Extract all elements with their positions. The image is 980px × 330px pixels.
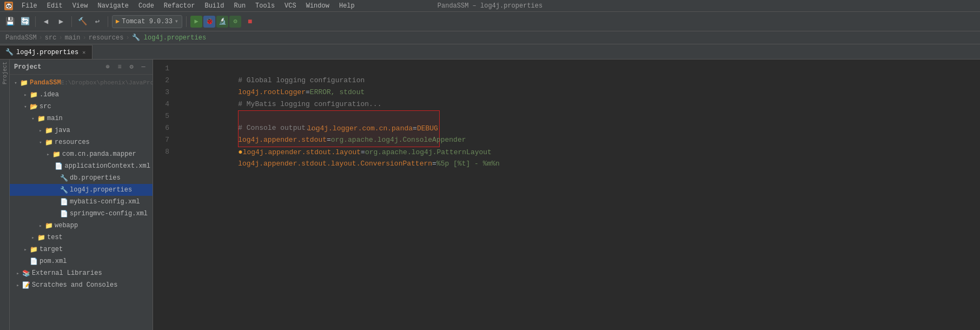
sync-button[interactable]: 🔄 [18, 15, 31, 28]
folder-icon-resources: 📁 [44, 138, 53, 147]
build-button[interactable]: 🔨 [76, 15, 89, 28]
run-config-dropdown[interactable]: ▶ Tomcat 9.0.33 ▾ [112, 15, 182, 28]
folder-icon-webapp: 📁 [44, 221, 53, 230]
content-area: Project Project ⊕ ≡ ⚙ — [0, 60, 980, 330]
save-button[interactable]: 💾 [3, 15, 16, 28]
menu-tools[interactable]: Tools [251, 1, 279, 11]
menu-refactor[interactable]: Refactor [160, 1, 200, 11]
code-line-1: # Global logging configuration [179, 63, 980, 75]
line1-text: # Global logging configuration [238, 76, 365, 84]
tab-close-button[interactable]: ✕ [81, 49, 87, 56]
folder-icon-main: 📁 [37, 114, 45, 123]
breadcrumb-main[interactable]: main [65, 34, 81, 42]
profile-button[interactable]: ⚙ [229, 16, 241, 28]
folder-icon-idea: 📁 [29, 90, 38, 99]
file-icon-log4j: 🔧 [59, 186, 68, 194]
run-config-label: Tomcat 9.0.33 [122, 18, 173, 25]
tree-item-webapp[interactable]: ▸ 📁 webapp [10, 220, 153, 232]
menu-code[interactable]: Code [134, 1, 158, 11]
folder-icon-src: 📂 [29, 102, 38, 111]
tree-label-src: src [39, 103, 51, 110]
editor-content[interactable]: 1 2 3 4 5 6 7 8 # Global logging configu… [153, 60, 980, 330]
tree-item-main[interactable]: ▾ 📁 main [10, 113, 153, 124]
folder-icon-target: 📁 [29, 245, 38, 254]
tree-item-mybatis[interactable]: ▸ 📄 mybatis-config.xml [10, 196, 153, 208]
stop-button[interactable]: ■ [243, 15, 256, 28]
tree-item-springmvc[interactable]: ▸ 📄 springmvc-config.xml [10, 208, 153, 220]
back-button[interactable]: ◀ [39, 15, 52, 28]
tree-item-src[interactable]: ▾ 📂 src [10, 101, 153, 113]
breadcrumb-src[interactable]: src [45, 34, 57, 42]
tree-item-pandassm[interactable]: ▾ 📁 PandaSSM E:\Dropbox\phoenix\JavaPro [10, 77, 153, 89]
tree-item-idea[interactable]: ▸ 📁 .idea [10, 89, 153, 101]
tree-item-extlibs[interactable]: ▸ 📚 External Libraries [10, 267, 153, 279]
tree-label-mybatis: mybatis-config.xml [70, 198, 140, 206]
undo-button[interactable]: ↩ [91, 15, 104, 28]
tree-arrow-target: ▸ [22, 246, 29, 253]
tree-item-mapper[interactable]: ▸ 📁 com.cn.panda.mapper [10, 148, 153, 160]
sidebar-locate-btn[interactable]: ⊕ [103, 62, 112, 72]
sidebar-settings-btn[interactable]: ⚙ [127, 62, 136, 72]
folder-icon-java: 📁 [44, 126, 53, 135]
sidebar-close-btn[interactable]: — [138, 62, 148, 72]
tree-item-pom[interactable]: ▸ 📄 pom.xml [10, 255, 153, 267]
breadcrumb: PandaSSM › src › main › resources › 🔧 lo… [0, 31, 980, 44]
folder-icon-pandassm: 📁 [19, 78, 28, 87]
tree-arrow-resources: ▾ [37, 138, 44, 146]
menu-run[interactable]: Run [229, 1, 250, 11]
tabs-bar: 🔧 log4j.properties ✕ [0, 44, 980, 60]
forward-button[interactable]: ▶ [55, 15, 68, 28]
tree-arrow-idea: ▸ [22, 91, 29, 98]
project-panel-tab[interactable]: Project [1, 60, 9, 87]
sidebar-collapse-btn[interactable]: ≡ [115, 62, 124, 72]
menu-window[interactable]: Window [302, 1, 334, 11]
breadcrumb-file[interactable]: 🔧 log4j.properties [132, 34, 206, 42]
title-bar-left: 🐼 File Edit View Navigate Code Refactor … [4, 1, 359, 11]
menu-navigate[interactable]: Navigate [93, 1, 133, 11]
file-icon-mybatis: 📄 [59, 197, 68, 206]
file-icon-appcontext: 📄 [55, 162, 63, 170]
tree-label-main: main [47, 115, 63, 122]
file-icon-pom: 📄 [29, 257, 38, 266]
line6-val: org.apache.log4j.ConsoleAppender [331, 136, 466, 144]
code-lines[interactable]: # Global logging configuration log4j.roo… [175, 62, 980, 330]
menu-edit[interactable]: Edit [43, 1, 67, 11]
run-button[interactable]: ▶ [190, 16, 202, 28]
line4-key: log4j.logger.com.cn.panda [307, 124, 413, 133]
menu-view[interactable]: View [68, 1, 92, 11]
tree-label-appcontext: applicationContext.xml [65, 162, 150, 170]
tree-label-resources: resources [55, 138, 90, 146]
line8-val: %5p [%t] - %m%n [436, 160, 500, 168]
coverage-button[interactable]: 🔬 [216, 16, 228, 28]
folder-icon-scratches: 📝 [22, 281, 30, 289]
tree-item-scratches[interactable]: ▸ 📝 Scratches and Consoles [10, 279, 153, 291]
line8-key: log4j.appender.stdout.layout.ConversionP… [238, 160, 432, 168]
tree-item-java[interactable]: ▸ 📁 java [10, 124, 153, 136]
menu-file[interactable]: File [17, 1, 42, 11]
toolbar: 💾 🔄 ◀ ▶ 🔨 ↩ ▶ Tomcat 9.0.33 ▾ ▶ 🐞 🔬 ⚙ ■ [0, 12, 980, 31]
debug-button[interactable]: 🐞 [203, 16, 215, 28]
tab-log4j[interactable]: 🔧 log4j.properties ✕ [0, 45, 92, 59]
line4-val: DEBUG [417, 124, 438, 133]
tree-label-target: target [39, 246, 63, 253]
menu-help[interactable]: Help [335, 1, 359, 11]
line2-val: ERROR, stdout [310, 88, 365, 96]
line7-val: org.apache.log4j.PatternLayout [365, 148, 492, 156]
tree-arrow-webapp: ▸ [37, 222, 44, 229]
breadcrumb-project[interactable]: PandaSSM [5, 34, 37, 42]
line3-text: # MyBatis logging configuration... [238, 100, 381, 108]
breadcrumb-resources[interactable]: resources [89, 34, 124, 42]
editor-area: 1 2 3 4 5 6 7 8 # Global logging configu… [153, 60, 980, 330]
tree-item-target[interactable]: ▸ 📁 target [10, 243, 153, 255]
tree-item-log4j[interactable]: ▸ 🔧 log4j.properties [10, 184, 153, 196]
tree-item-test[interactable]: ▸ 📁 test [10, 232, 153, 243]
tree-item-resources[interactable]: ▾ 📁 resources [10, 136, 153, 148]
tree-label-pom: pom.xml [39, 258, 67, 265]
tree-arrow-main: ▾ [29, 115, 37, 122]
tree-label-pandassm-path: E:\Dropbox\phoenix\JavaPro [61, 80, 153, 86]
tree-item-db[interactable]: ▸ 🔧 db.properties [10, 172, 153, 184]
tree-label-idea: .idea [39, 91, 59, 98]
tree-item-appcontext[interactable]: ▸ 📄 applicationContext.xml [10, 160, 153, 172]
menu-vcs[interactable]: VCS [280, 1, 301, 11]
menu-build[interactable]: Build [200, 1, 228, 11]
